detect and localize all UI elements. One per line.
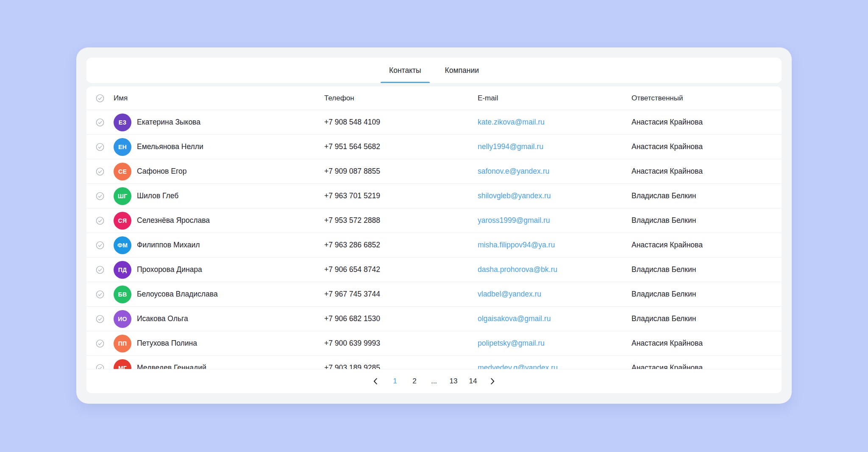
- contact-owner: Владислав Белкин: [632, 265, 782, 274]
- row-checkbox[interactable]: [96, 266, 104, 274]
- contact-email-link[interactable]: nelly1994@gmail.ru: [478, 142, 543, 151]
- page-button[interactable]: 2: [409, 374, 420, 388]
- contact-name: Шилов Глеб: [137, 191, 324, 200]
- contact-owner: Анастасия Крайнова: [632, 241, 782, 250]
- row-checkbox[interactable]: [96, 216, 104, 225]
- avatar-initials: СЕ: [118, 168, 127, 175]
- contact-name: Екатерина Зыкова: [137, 118, 324, 127]
- contact-name: Сафонов Егор: [137, 167, 324, 176]
- table-row[interactable]: СЯ Селезнёва Ярослава +7 953 572 2888 ya…: [86, 208, 782, 233]
- avatar-initials: ПП: [118, 340, 127, 347]
- contact-owner: Владислав Белкин: [632, 314, 782, 323]
- contact-email-link[interactable]: vladbel@yandex.ru: [478, 290, 541, 298]
- contact-phone: +7 909 087 8855: [324, 167, 478, 176]
- contact-name: Белоусова Владислава: [137, 290, 324, 299]
- contact-phone: +7 963 701 5219: [324, 191, 478, 200]
- row-checkbox[interactable]: [96, 118, 104, 127]
- contact-owner: Владислав Белкин: [632, 290, 782, 299]
- contact-phone: +7 967 745 3744: [324, 290, 478, 299]
- page-button[interactable]: 1: [389, 374, 401, 388]
- contact-avatar: ШГ: [114, 187, 131, 205]
- avatar-initials: ШГ: [118, 193, 128, 200]
- contact-phone: +7 900 639 9993: [324, 339, 478, 348]
- contact-avatar: ЕН: [114, 138, 131, 156]
- row-checkbox[interactable]: [96, 339, 104, 348]
- table-row[interactable]: ПД Прохорова Динара +7 906 654 8742 dash…: [86, 258, 782, 282]
- contact-avatar: ЕЗ: [114, 114, 131, 131]
- contact-phone: +7 906 682 1530: [324, 314, 478, 323]
- contact-phone: +7 953 572 2888: [324, 216, 478, 225]
- contact-owner: Анастасия Крайнова: [632, 118, 782, 127]
- row-checkbox[interactable]: [96, 241, 104, 250]
- contact-name: Петухова Полина: [137, 339, 324, 348]
- contact-phone: +7 908 548 4109: [324, 118, 478, 127]
- contact-name: Прохорова Динара: [137, 265, 324, 274]
- contact-owner: Анастасия Крайнова: [632, 142, 782, 151]
- table-row[interactable]: ЕН Емельянова Нелли +7 951 564 5682 nell…: [86, 135, 782, 159]
- page-button[interactable]: 14: [467, 374, 479, 388]
- select-all-checkbox[interactable]: [96, 94, 104, 103]
- avatar-initials: ФМ: [117, 242, 128, 249]
- table-row[interactable]: ЕЗ Екатерина Зыкова +7 908 548 4109 kate…: [86, 110, 782, 135]
- table-row[interactable]: БВ Белоусова Владислава +7 967 745 3744 …: [86, 282, 782, 307]
- tab-contacts-label: Контакты: [389, 66, 421, 75]
- avatar-initials: ЕЗ: [119, 119, 127, 126]
- contact-avatar: БВ: [114, 286, 131, 303]
- table-header-row: Имя Телефон E-mail Ответственный: [86, 86, 782, 110]
- page-numbers: 12...1314: [389, 374, 479, 388]
- column-header-email: E-mail: [478, 94, 632, 103]
- tab-contacts[interactable]: Контакты: [381, 58, 430, 83]
- table-row[interactable]: ПП Петухова Полина +7 900 639 9993 polip…: [86, 331, 782, 356]
- contact-email-link[interactable]: olgaisakova@gmail.ru: [478, 314, 551, 323]
- tab-bar: Контакты Компании: [86, 58, 782, 83]
- contact-avatar: ПД: [114, 261, 131, 279]
- row-checkbox[interactable]: [96, 192, 104, 200]
- contact-phone: +7 963 286 6852: [324, 241, 478, 250]
- contact-owner: Анастасия Крайнова: [632, 167, 782, 176]
- pagination: 12...1314: [86, 369, 782, 393]
- row-checkbox[interactable]: [96, 290, 104, 299]
- contact-email-link[interactable]: shilovgleb@yandex.ru: [478, 191, 551, 200]
- table-row[interactable]: СЕ Сафонов Егор +7 909 087 8855 safonov.…: [86, 159, 782, 184]
- tab-companies-label: Компании: [445, 66, 479, 75]
- row-checkbox[interactable]: [96, 167, 104, 176]
- contact-avatar: СЕ: [114, 163, 131, 180]
- contact-name: Емельянова Нелли: [137, 142, 324, 151]
- prev-page-button[interactable]: [370, 374, 381, 388]
- row-checkbox[interactable]: [96, 143, 104, 151]
- contacts-table: Имя Телефон E-mail Ответственный ЕЗ Екат…: [86, 86, 782, 393]
- app-card: Контакты Компании Имя Телефон E-mail Отв…: [76, 47, 792, 404]
- column-header-owner: Ответственный: [632, 94, 782, 103]
- contact-avatar: ИО: [114, 310, 131, 328]
- contact-owner: Владислав Белкин: [632, 216, 782, 225]
- contact-avatar: ФМ: [114, 236, 131, 254]
- table-row[interactable]: ФМ Филиппов Михаил +7 963 286 6852 misha…: [86, 233, 782, 258]
- contact-name: Селезнёва Ярослава: [137, 216, 324, 225]
- table-body: ЕЗ Екатерина Зыкова +7 908 548 4109 kate…: [86, 110, 782, 380]
- avatar-initials: ЕН: [118, 144, 127, 150]
- contact-email-link[interactable]: safonov.e@yandex.ru: [478, 167, 549, 175]
- page-ellipsis: ...: [428, 374, 440, 388]
- next-page-button[interactable]: [487, 374, 498, 388]
- avatar-initials: СЯ: [118, 217, 127, 224]
- avatar-initials: БВ: [118, 291, 127, 298]
- column-header-name: Имя: [114, 94, 324, 103]
- contact-owner: Владислав Белкин: [632, 191, 782, 200]
- avatar-initials: ИО: [118, 316, 127, 322]
- contact-avatar: СЯ: [114, 212, 131, 230]
- contact-avatar: ПП: [114, 335, 131, 352]
- active-tab-underline: [381, 82, 430, 83]
- contact-name: Исакова Ольга: [137, 314, 324, 323]
- contact-email-link[interactable]: misha.filippov94@ya.ru: [478, 241, 555, 249]
- table-row[interactable]: ШГ Шилов Глеб +7 963 701 5219 shilovgleb…: [86, 184, 782, 208]
- contact-email-link[interactable]: dasha.prohorova@bk.ru: [478, 265, 557, 274]
- contact-phone: +7 951 564 5682: [324, 142, 478, 151]
- table-row[interactable]: ИО Исакова Ольга +7 906 682 1530 olgaisa…: [86, 307, 782, 331]
- contact-email-link[interactable]: polipetsky@gmail.ru: [478, 339, 545, 347]
- tab-companies[interactable]: Компании: [437, 58, 487, 83]
- page-button[interactable]: 13: [448, 374, 459, 388]
- contact-name: Филиппов Михаил: [137, 241, 324, 250]
- contact-email-link[interactable]: yaross1999@gmail.ru: [478, 216, 550, 225]
- row-checkbox[interactable]: [96, 315, 104, 323]
- contact-email-link[interactable]: kate.zikova@mail.ru: [478, 118, 545, 126]
